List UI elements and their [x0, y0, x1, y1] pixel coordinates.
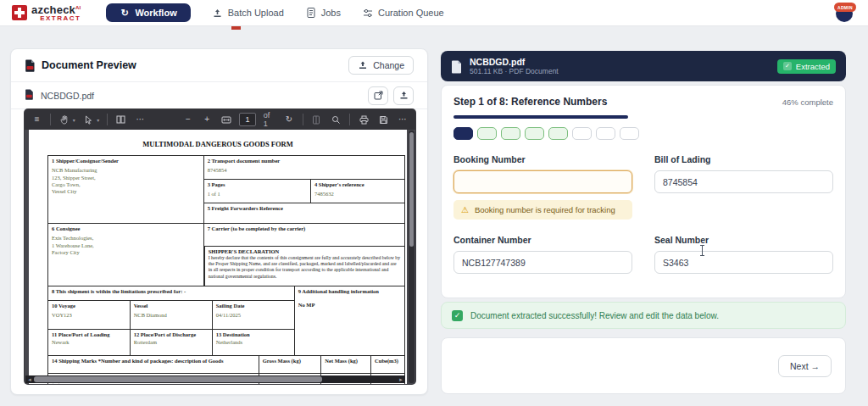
pdf-page-area: MULTIMODAL DANGEROUS GOODS FORM 1 Shippe…	[25, 130, 415, 384]
warning-icon: ⚠	[461, 206, 469, 214]
zoom-in-icon[interactable]: +	[202, 114, 213, 125]
preview-filename: NCBDGD.pdf	[41, 91, 94, 101]
hand-tool-caret-icon[interactable]: ▾	[73, 117, 75, 123]
booking-warning-message: ⚠ Booking number is required for trackin…	[453, 200, 632, 220]
goods-description-link[interactable]: (12) 1A1 - Steel drum, non-removable hea…	[52, 383, 220, 384]
zoom-out-icon[interactable]: −	[182, 114, 193, 125]
page-layout-icon[interactable]	[115, 114, 126, 125]
horizontal-scrollbar-thumb[interactable]	[34, 376, 322, 382]
active-tab-indicator	[231, 26, 241, 30]
select-tool-caret-icon[interactable]: ▾	[97, 117, 99, 123]
admin-badge: ADMIN	[834, 3, 856, 12]
wizard-footer: Next →	[441, 337, 846, 394]
thumbnails-panel-icon[interactable]: ≡	[31, 114, 42, 125]
bill-of-lading-input[interactable]	[654, 170, 833, 193]
form-cell-shipper: 1 Shipper/Consignor/Sender NCB Manufactu…	[48, 156, 203, 223]
seal-number-field-group: Seal Number	[654, 235, 833, 274]
status-badge: ✓ Extracted	[777, 59, 836, 74]
main-nav: ↻ Workflow Batch Upload Jobs C	[106, 3, 443, 22]
step-dot-current[interactable]	[453, 127, 473, 140]
save-icon[interactable]	[377, 114, 389, 125]
form-cell-freight-ref: 5 Freight Forwarders Reference	[204, 203, 404, 223]
file-actions	[368, 86, 414, 105]
user-avatar[interactable]: ADMIN	[834, 3, 856, 23]
form-cell-destination: 13 Destination Netherlands	[212, 330, 294, 355]
success-alert: ✓ Document extracted successfully! Revie…	[441, 302, 846, 329]
page-number-input[interactable]: 1	[239, 113, 255, 126]
form-cell-carrier: 7 Carrier (to be completed by the carrie…	[204, 224, 404, 246]
scroll-left-arrow-icon[interactable]: ◄	[27, 377, 32, 382]
document-preview-panel: Document Preview Change NCBDGD.pdf	[10, 48, 428, 395]
success-alert-text: Document extracted successfully! Review …	[470, 311, 719, 320]
dangerous-goods-form: 1 Shipper/Consignor/Sender NCB Manufactu…	[47, 155, 405, 384]
form-cell-sailing-date: Sailing Date 04/11/2025	[212, 301, 294, 329]
pdf-page: MULTIMODAL DANGEROUS GOODS FORM 1 Shippe…	[29, 130, 407, 384]
booking-number-label: Booking Number	[453, 154, 632, 164]
form-cell-handling-info: 9 Additional handling information No MP	[294, 286, 404, 355]
nav-tab-batch-upload[interactable]: Batch Upload	[213, 8, 284, 18]
container-number-input[interactable]	[453, 251, 632, 274]
form-cell-gross-mass: Gross Mass (kg)	[259, 356, 321, 373]
step-dot-done[interactable]	[501, 127, 520, 140]
print-icon[interactable]	[358, 114, 370, 125]
form-cell-consignee: 6 Consignee Exis Technologies, 1 Warehou…	[48, 224, 203, 286]
logo-subtitle: EXTRACT	[40, 15, 81, 22]
nav-tab-curation-queue[interactable]: Curation Queue	[363, 8, 444, 18]
form-cell-voyage: 10 Voyage VOY123	[48, 301, 130, 329]
pdf-file-icon	[25, 89, 36, 102]
rotate-icon[interactable]: ↻	[283, 114, 294, 125]
select-tool-icon[interactable]	[83, 114, 94, 125]
panel-title: Document Preview	[42, 59, 136, 71]
app-logo[interactable]: azcheckAI EXTRACT	[12, 4, 81, 22]
step-dot-todo[interactable]	[572, 127, 592, 140]
step-dot-todo[interactable]	[596, 127, 615, 140]
vertical-scrollbar-thumb[interactable]	[409, 132, 414, 247]
change-document-button[interactable]: Change	[348, 56, 414, 75]
sync-icon: ↻	[120, 8, 130, 18]
document-preview-header: Document Preview Change	[11, 49, 427, 82]
progress-bar	[453, 115, 833, 119]
horizontal-scrollbar[interactable]: ◄ ►	[25, 375, 405, 383]
progress-percent-label: 46% complete	[782, 97, 833, 107]
page-count-label: of 1	[264, 111, 275, 128]
panel-title-row: Document Preview	[25, 59, 136, 72]
more-options-icon[interactable]: ⋯	[397, 114, 409, 125]
sliders-icon	[363, 8, 373, 18]
fit-width-icon[interactable]	[220, 114, 231, 125]
scroll-right-arrow-icon[interactable]: ►	[398, 377, 403, 382]
step-dot-done[interactable]	[477, 127, 497, 140]
step-dot-todo[interactable]	[620, 127, 639, 140]
form-cell-pages: 3 Pages 1 of 1	[204, 180, 310, 203]
search-icon[interactable]	[330, 114, 342, 125]
upload-icon	[358, 60, 368, 70]
step-dot-done[interactable]	[525, 127, 544, 140]
download-button[interactable]	[393, 86, 414, 105]
app-screen: azcheckAI EXTRACT ↻ Workflow Batch Uploa…	[0, 0, 868, 406]
form-cell-limitations: 8 This shipment is within the limitation…	[48, 286, 294, 300]
next-step-button[interactable]: Next →	[778, 355, 832, 377]
pdf-file-icon	[25, 59, 36, 72]
open-external-button[interactable]	[368, 86, 388, 105]
step-dot-done[interactable]	[548, 127, 568, 140]
page-view-icon[interactable]	[311, 114, 322, 125]
booking-number-input[interactable]	[453, 170, 632, 193]
document-status-card: NCBDGD.pdf 501.11 KB · PDF Document ✓ Ex…	[441, 51, 846, 81]
form-cell-transport-doc: 2 Transport document number 8745854	[204, 156, 404, 179]
warning-text: Booking number is required for tracking	[475, 205, 615, 214]
pdf-form-title: MULTIMODAL DANGEROUS GOODS FORM	[29, 140, 407, 148]
form-cell-declaration: SHIPPER'S DECLARATION I hereby declare t…	[204, 246, 404, 286]
document-icon	[306, 8, 316, 18]
vertical-scrollbar[interactable]	[409, 131, 415, 383]
seal-number-input[interactable]	[654, 251, 833, 274]
nav-tab-workflow[interactable]: ↻ Workflow	[106, 3, 190, 22]
nav-tab-jobs[interactable]: Jobs	[306, 8, 341, 18]
text-cursor-ibeam	[702, 246, 703, 255]
reference-fields-grid: Booking Number ⚠ Booking number is requi…	[453, 154, 833, 274]
hand-tool-icon[interactable]	[58, 114, 70, 125]
bill-of-lading-field-group: Bill of Lading	[654, 154, 833, 220]
document-meta: 501.11 KB · PDF Document	[470, 67, 559, 75]
pdf-toolbar: ≡ ▾ ▾ ⋯ − +	[25, 109, 415, 130]
more-tools-icon[interactable]: ⋯	[135, 114, 146, 125]
hazcheck-logo-icon	[12, 5, 27, 20]
form-cell-vessel: Vessel NCB Diamond	[130, 301, 212, 329]
